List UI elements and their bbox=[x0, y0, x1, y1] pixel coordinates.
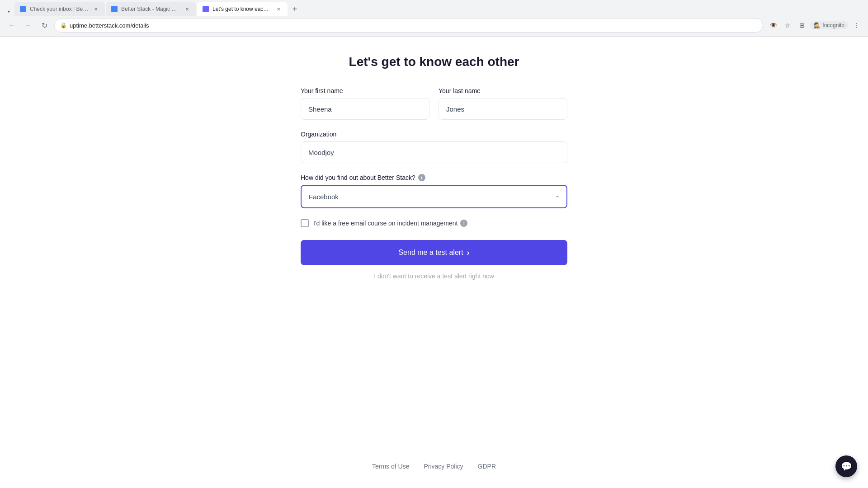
refresh-button[interactable]: ↻ bbox=[38, 19, 51, 32]
submit-label: Send me a test alert bbox=[398, 249, 463, 257]
gdpr-link[interactable]: GDPR bbox=[478, 463, 496, 470]
eyeoff-icon[interactable]: 👁️ bbox=[767, 19, 779, 32]
source-label: How did you find out about Better Stack? bbox=[301, 174, 415, 181]
tab-dropdown[interactable]: ▾ bbox=[4, 6, 14, 16]
incognito-icon: 🕵 bbox=[814, 22, 821, 28]
new-tab-button[interactable]: + bbox=[288, 3, 301, 15]
bookmark-icon[interactable]: ☆ bbox=[781, 19, 794, 32]
forward-button[interactable]: → bbox=[22, 19, 34, 32]
source-info-icon[interactable]: i bbox=[418, 174, 425, 181]
form-container: Your first name Your last name Organizat… bbox=[301, 87, 567, 307]
tab-1-favicon bbox=[20, 6, 26, 12]
tab-2-close[interactable]: ✕ bbox=[184, 5, 191, 13]
incognito-badge: 🕵 Incognito bbox=[810, 21, 848, 29]
chat-icon: 💬 bbox=[841, 461, 852, 472]
tab-1-close[interactable]: ✕ bbox=[92, 5, 99, 13]
privacy-link[interactable]: Privacy Policy bbox=[424, 463, 463, 470]
footer-links: Terms of Use Privacy Policy GDPR bbox=[372, 454, 496, 470]
address-bar[interactable]: 🔒 uptime.betterstack.com/details bbox=[54, 18, 763, 33]
first-name-input[interactable] bbox=[301, 98, 429, 120]
tab-3[interactable]: Let's get to know each other | ✕ bbox=[197, 2, 288, 16]
source-select[interactable]: Facebook Google Twitter LinkedIn Word of… bbox=[301, 185, 567, 208]
source-group: How did you find out about Better Stack?… bbox=[301, 174, 567, 208]
last-name-input[interactable] bbox=[439, 98, 567, 120]
browser-chrome: ▾ Check your inbox | Better Stack ✕ Bett… bbox=[0, 0, 868, 37]
url-text: uptime.betterstack.com/details bbox=[70, 22, 757, 29]
address-bar-row: ← → ↻ 🔒 uptime.betterstack.com/details 👁… bbox=[0, 16, 868, 36]
org-label: Organization bbox=[301, 131, 567, 138]
first-name-group: Your first name bbox=[301, 87, 429, 120]
first-name-label: Your first name bbox=[301, 87, 429, 94]
chevron-right-icon: › bbox=[467, 248, 470, 258]
email-course-checkbox[interactable] bbox=[301, 219, 309, 227]
source-label-row: How did you find out about Better Stack?… bbox=[301, 174, 567, 181]
tab-2[interactable]: Better Stack - Magic Link ✕ bbox=[106, 2, 196, 16]
tabs-bar: ▾ Check your inbox | Better Stack ✕ Bett… bbox=[0, 0, 868, 16]
email-course-label[interactable]: I'd like a free email course on incident… bbox=[313, 220, 467, 227]
extensions-icon[interactable]: ⊞ bbox=[796, 19, 808, 32]
name-row: Your first name Your last name bbox=[301, 87, 567, 120]
lock-icon: 🔒 bbox=[60, 22, 67, 28]
menu-icon[interactable]: ⋮ bbox=[850, 19, 863, 32]
chat-button[interactable]: 💬 bbox=[835, 455, 857, 477]
page-content: Let's get to know each other Your first … bbox=[0, 37, 868, 488]
back-button[interactable]: ← bbox=[5, 19, 18, 32]
tab-3-favicon bbox=[203, 6, 209, 12]
tab-1[interactable]: Check your inbox | Better Stack ✕ bbox=[14, 2, 105, 16]
submit-button[interactable]: Send me a test alert › bbox=[301, 240, 567, 265]
terms-link[interactable]: Terms of Use bbox=[372, 463, 409, 470]
org-input[interactable] bbox=[301, 141, 567, 163]
tab-3-label: Let's get to know each other | bbox=[212, 6, 271, 12]
toolbar-icons: 👁️ ☆ ⊞ 🕵 Incognito ⋮ bbox=[767, 19, 863, 32]
checkbox-info-icon[interactable]: i bbox=[460, 220, 467, 227]
tab-3-close[interactable]: ✕ bbox=[275, 5, 282, 13]
org-group: Organization bbox=[301, 131, 567, 163]
checkbox-row: I'd like a free email course on incident… bbox=[301, 219, 567, 227]
incognito-label: Incognito bbox=[822, 22, 844, 28]
last-name-label: Your last name bbox=[439, 87, 567, 94]
tab-2-favicon bbox=[111, 6, 118, 12]
tab-1-label: Check your inbox | Better Stack bbox=[30, 6, 89, 12]
tab-2-label: Better Stack - Magic Link bbox=[121, 6, 180, 12]
skip-link[interactable]: I don't want to receive a test alert rig… bbox=[301, 272, 567, 280]
last-name-group: Your last name bbox=[439, 87, 567, 120]
page-title: Let's get to know each other bbox=[349, 55, 519, 69]
